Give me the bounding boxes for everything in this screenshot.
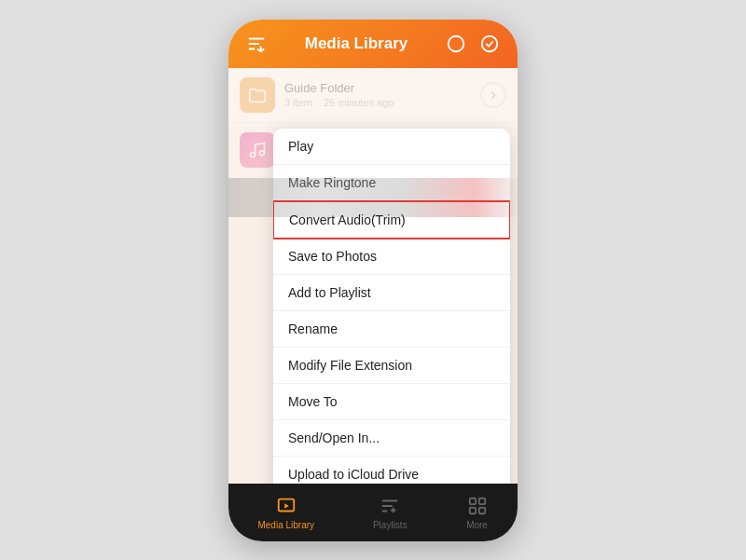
sort-icon[interactable]: [243, 31, 269, 57]
menu-item-send-open[interactable]: Send/Open In...: [273, 420, 510, 457]
playlists-icon: [379, 495, 401, 517]
svg-marker-9: [284, 503, 289, 509]
menu-item-save-photos[interactable]: Save to Photos: [273, 239, 510, 275]
svg-point-5: [482, 35, 498, 51]
menu-item-play[interactable]: Play: [273, 129, 510, 165]
svg-rect-17: [469, 507, 475, 512]
nav-label-playlists: Playlists: [373, 520, 408, 530]
circle-icon[interactable]: [443, 31, 469, 57]
app-header: Media Library: [228, 20, 518, 68]
svg-rect-15: [469, 498, 475, 503]
menu-item-move-to[interactable]: Move To: [273, 384, 510, 420]
menu-item-upload-icloud[interactable]: Upload to iCloud Drive: [273, 457, 510, 484]
nav-label-media-library: Media Library: [257, 520, 314, 530]
nav-item-media-library[interactable]: Media Library: [257, 495, 314, 530]
check-circle-icon[interactable]: [477, 31, 503, 57]
menu-item-convert-audio[interactable]: Convert Audio(Trim): [273, 200, 510, 239]
nav-item-playlists[interactable]: Playlists: [373, 495, 408, 530]
svg-point-4: [449, 35, 464, 51]
content-area: Guide Folder 3 item 26 minutes ago: [228, 68, 518, 484]
nav-label-more: More: [466, 520, 488, 530]
svg-rect-18: [478, 507, 484, 512]
bottom-navigation: Media Library Playlists: [228, 484, 518, 541]
menu-item-modify-extension[interactable]: Modify File Extension: [273, 348, 510, 384]
media-library-icon: [275, 495, 297, 517]
more-icon: [466, 495, 489, 517]
nav-item-more[interactable]: More: [466, 495, 489, 530]
svg-rect-16: [478, 498, 484, 503]
header-title: Media Library: [269, 34, 443, 53]
menu-item-add-playlist[interactable]: Add to Playlist: [273, 275, 510, 311]
menu-item-rename[interactable]: Rename: [273, 311, 510, 348]
